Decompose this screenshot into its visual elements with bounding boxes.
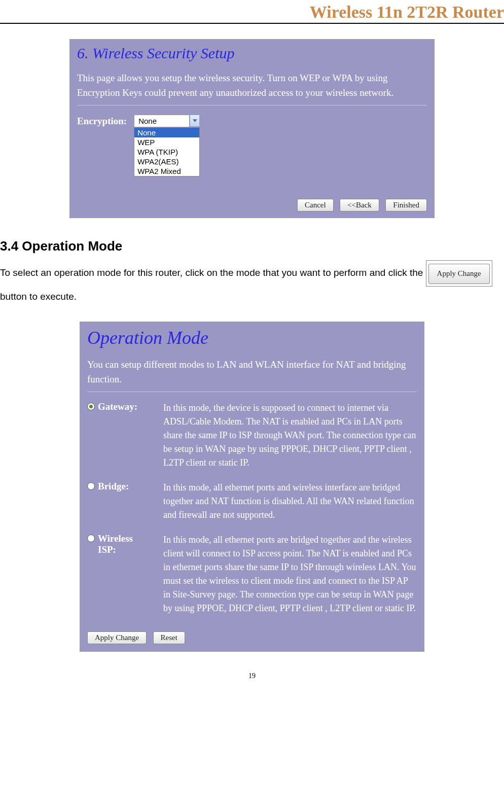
para-before: To select an operation mode for this rou… [0,267,426,278]
back-button[interactable]: <<Back [340,199,379,211]
mode-label-gateway: Gateway: [98,401,137,412]
select-display: None [134,115,190,127]
figure-wrap-2: Operation Mode You can setup different m… [0,322,504,652]
mode-label-bridge: Bridge: [98,481,129,492]
radio-col-gateway[interactable]: Gateway: [87,401,148,412]
svg-marker-0 [193,119,197,122]
page-header: Wireless 11n 2T2R Router [0,0,504,24]
section-paragraph: To select an operation mode for this rou… [0,260,504,306]
dropdown-item-wpa2mixed[interactable]: WPA2 Mixed [134,166,199,176]
wizard-title: 6. Wireless Security Setup [77,45,427,62]
wizard-button-row: Cancel <<Back Finished [77,195,427,211]
dropdown-list: None WEP WPA (TKIP) WPA2(AES) WPA2 Mixed [134,127,200,176]
encryption-select[interactable]: None None WEP WPA (TKIP) WPA2(AES) WPA2 … [134,115,200,176]
opmode-button-row: Apply Change Reset [87,626,417,644]
figure-wrap-1: 6. Wireless Security Setup This page all… [0,39,504,218]
page-title: Wireless 11n 2T2R Router [310,3,504,21]
radio-col-bridge[interactable]: Bridge: [87,481,148,492]
dropdown-item-none[interactable]: None [134,128,199,137]
apply-change-button[interactable]: Apply Change [87,631,147,644]
mode-row-gateway: Gateway: In this mode, the device is sup… [87,401,417,470]
para-after: button to execute. [0,291,77,302]
select-top[interactable]: None [134,115,200,127]
opmode-title: Operation Mode [87,327,417,348]
cancel-button[interactable]: Cancel [297,199,334,211]
section-heading: 3.4 Operation Mode [0,238,504,254]
wizard-panel: 6. Wireless Security Setup This page all… [69,39,435,218]
wizard-desc: This page allows you setup the wireless … [77,71,427,100]
mode-desc-gateway: In this mode, the device is supposed to … [163,401,417,470]
mode-desc-bridge: In this mode, all ethernet ports and wir… [163,481,417,522]
radio-col-wisp[interactable]: Wireless ISP: [87,533,148,555]
encryption-row: Encryption: None None WEP WPA (TKIP) WPA… [77,115,427,176]
mode-row-bridge: Bridge: In this mode, all ethernet ports… [87,481,417,522]
mode-label-wisp: Wireless ISP: [98,533,148,555]
dropdown-item-wpa2[interactable]: WPA2(AES) [134,157,199,166]
radio-wisp[interactable] [87,535,95,542]
apply-change-inline-button[interactable]: Apply Change [428,264,490,284]
radio-gateway[interactable] [87,403,95,410]
separator-2 [87,392,417,392]
dropdown-item-wep[interactable]: WEP [134,137,199,147]
inline-button-wrap: Apply Change [426,260,492,287]
page-number: 19 [0,672,504,685]
reset-button[interactable]: Reset [153,631,185,644]
dropdown-item-wpa[interactable]: WPA (TKIP) [134,147,199,157]
finished-button[interactable]: Finished [385,199,427,211]
opmode-desc: You can setup different modes to LAN and… [87,358,417,386]
separator [77,105,427,105]
mode-desc-wisp: In this mode, all ethernet ports are bri… [163,533,417,615]
encryption-label: Encryption: [77,115,127,127]
radio-bridge[interactable] [87,482,95,490]
mode-row-wisp: Wireless ISP: In this mode, all ethernet… [87,533,417,615]
chevron-down-icon[interactable] [190,115,200,127]
operation-mode-panel: Operation Mode You can setup different m… [80,322,424,652]
